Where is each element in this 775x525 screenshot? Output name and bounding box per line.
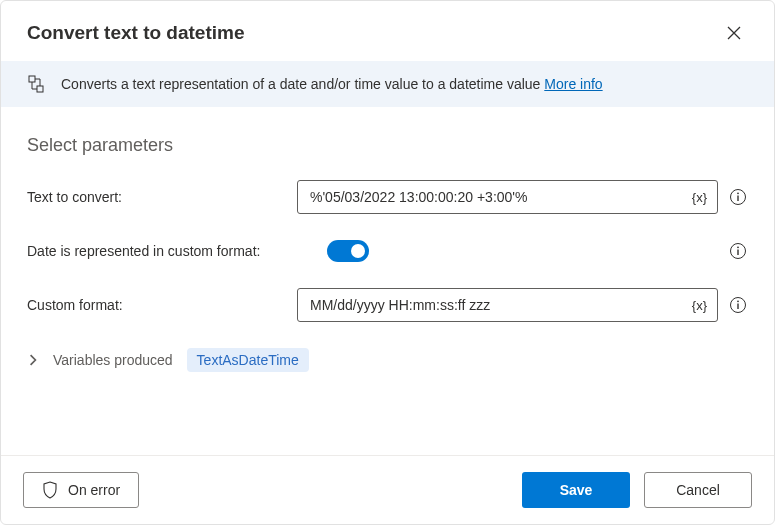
variables-expand-button[interactable] (27, 354, 39, 366)
label-custom-format-toggle: Date is represented in custom format: (27, 243, 327, 259)
banner-text: Converts a text representation of a date… (61, 76, 603, 92)
info-icon (729, 242, 747, 260)
action-icon (27, 75, 45, 93)
dialog-body: Select parameters Text to convert: {x} D… (1, 107, 774, 455)
row-custom-format-toggle: Date is represented in custom format: (27, 240, 748, 262)
toggle-custom-format[interactable] (327, 240, 369, 262)
section-heading: Select parameters (27, 135, 748, 156)
close-icon (727, 26, 741, 40)
toggle-knob (351, 244, 365, 258)
on-error-label: On error (68, 482, 120, 498)
more-info-link[interactable]: More info (544, 76, 602, 92)
cancel-button[interactable]: Cancel (644, 472, 752, 508)
input-custom-format[interactable] (308, 296, 690, 314)
row-custom-format: Custom format: {x} (27, 288, 748, 322)
svg-rect-7 (737, 250, 738, 256)
variables-produced-label: Variables produced (53, 352, 173, 368)
input-wrap-custom-format: {x} (297, 288, 718, 322)
info-icon (729, 188, 747, 206)
dialog-header: Convert text to datetime (1, 1, 774, 61)
variable-picker-button[interactable]: {x} (690, 298, 709, 313)
help-custom-format[interactable] (728, 295, 748, 315)
on-error-button[interactable]: On error (23, 472, 139, 508)
svg-point-9 (737, 300, 739, 302)
banner-description: Converts a text representation of a date… (61, 76, 544, 92)
svg-rect-1 (37, 86, 43, 92)
label-text-to-convert: Text to convert: (27, 189, 297, 205)
dialog-title: Convert text to datetime (27, 22, 244, 44)
svg-rect-10 (737, 304, 738, 310)
input-wrap-text-to-convert: {x} (297, 180, 718, 214)
info-icon (729, 296, 747, 314)
dialog-container: Convert text to datetime Converts a text… (0, 0, 775, 525)
variable-picker-button[interactable]: {x} (690, 190, 709, 205)
input-text-to-convert[interactable] (308, 188, 690, 206)
save-button[interactable]: Save (522, 472, 630, 508)
variables-produced-row: Variables produced TextAsDateTime (27, 348, 748, 372)
svg-point-6 (737, 246, 739, 248)
close-button[interactable] (720, 19, 748, 47)
info-banner: Converts a text representation of a date… (1, 61, 774, 107)
dialog-footer: On error Save Cancel (1, 455, 774, 524)
help-text-to-convert[interactable] (728, 187, 748, 207)
svg-rect-4 (737, 196, 738, 202)
label-custom-format: Custom format: (27, 297, 297, 313)
chevron-right-icon (27, 354, 39, 366)
help-custom-format-toggle[interactable] (728, 241, 748, 261)
svg-point-3 (737, 192, 739, 194)
shield-icon (42, 481, 58, 499)
row-text-to-convert: Text to convert: {x} (27, 180, 748, 214)
svg-rect-0 (29, 76, 35, 82)
variable-chip[interactable]: TextAsDateTime (187, 348, 309, 372)
